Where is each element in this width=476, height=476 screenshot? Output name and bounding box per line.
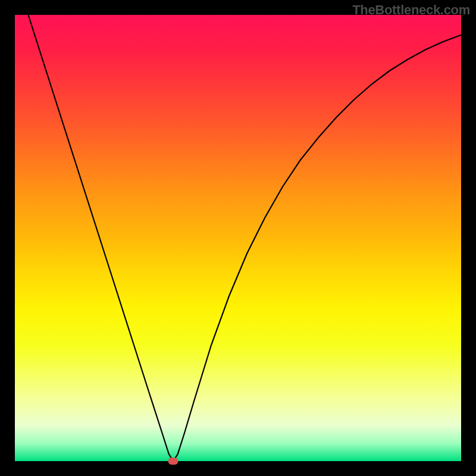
- watermark-label: TheBottleneck.com: [352, 2, 470, 18]
- chart-curve-layer: [15, 15, 461, 461]
- optimum-marker: [168, 458, 178, 465]
- bottleneck-curve: [29, 15, 462, 461]
